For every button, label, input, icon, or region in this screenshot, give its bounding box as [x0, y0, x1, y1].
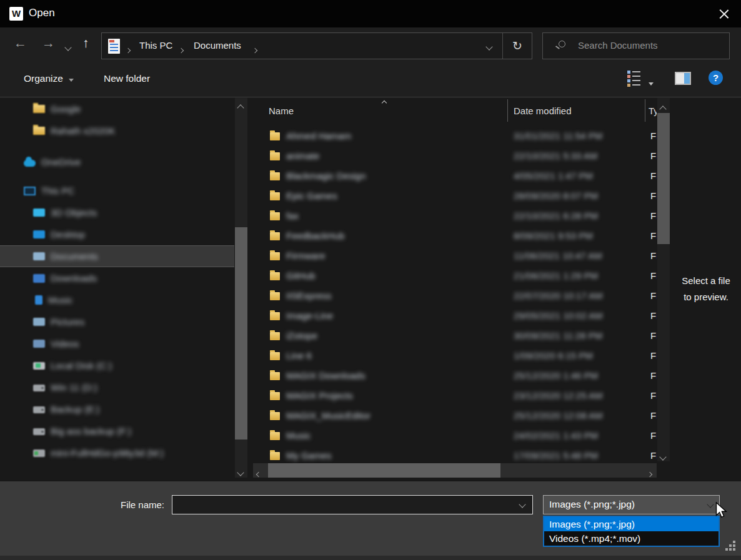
forward-button[interactable]: → [42, 36, 55, 51]
sidebar-item[interactable]: This PC [0, 180, 234, 202]
file-row[interactable]: IISExpress 22/07/2020 10:17 AM File fold… [253, 287, 657, 307]
sidebar-item[interactable]: Documents [0, 245, 234, 267]
horizontal-scrollbar[interactable] [253, 463, 657, 478]
sidebar-item[interactable]: Google [0, 98, 234, 120]
file-row[interactable]: Ahmed Hamam 31/01/2021 11:54 PM File fol… [253, 127, 657, 147]
help-button[interactable]: ? [709, 71, 723, 85]
file-date-modified: 17/09/2021 5:48 PM [514, 450, 598, 461]
file-type: File folder [650, 310, 657, 321]
scrollbar-thumb[interactable] [268, 463, 500, 478]
back-button[interactable]: ← [14, 36, 27, 51]
file-list-scrollbar[interactable] [657, 98, 670, 461]
file-row[interactable]: MAGIX Projects 23/12/2020 12:25 AM File … [253, 386, 657, 406]
chevron-down-icon [707, 501, 714, 508]
file-row[interactable]: GitHub 21/06/2021 1:29 PM File folder [253, 267, 657, 287]
file-row[interactable]: Music 24/02/2021 1:43 PM File folder [253, 426, 657, 446]
file-name: Music [286, 430, 311, 441]
folder-icon [270, 212, 280, 220]
file-type-select[interactable]: Images (*.png;*.jpg) [543, 495, 720, 514]
file-name: Epic Games [286, 190, 337, 201]
folder-icon [33, 127, 45, 135]
scroll-up-icon[interactable] [238, 102, 243, 113]
sidebar-scrollbar[interactable] [235, 98, 247, 478]
recent-locations-dropdown[interactable] [66, 41, 71, 52]
organize-button[interactable]: Organize [24, 73, 74, 84]
scrollbar-thumb[interactable] [235, 227, 247, 440]
preview-pane-button[interactable] [675, 72, 691, 85]
folder-icon [270, 432, 280, 440]
sidebar-item[interactable]: Win 11 (D:) [0, 376, 234, 398]
close-button[interactable] [714, 4, 735, 23]
file-date-modified: 21/06/2021 1:29 PM [514, 270, 598, 281]
sidebar-item[interactable]: Pictures [0, 311, 234, 333]
view-options-dropdown[interactable] [649, 77, 654, 88]
sidebar-item[interactable]: Videos [0, 333, 234, 355]
file-type: File folder [650, 250, 657, 261]
refresh-button[interactable]: ↻ [503, 39, 532, 53]
file-row[interactable]: MAGIX_MusicEditor 25/12/2020 12:08 AM Fi… [253, 406, 657, 426]
content-area: Google Rahath x2020K OneDrive This PC 3D… [0, 98, 741, 481]
file-row[interactable]: MAGIX Downloads 25/12/2020 1:46 PM File … [253, 366, 657, 386]
file-name: Image-Line [286, 310, 333, 321]
column-divider[interactable] [645, 99, 645, 122]
disk-c-icon [33, 362, 45, 370]
file-row[interactable]: iZotope 30/09/2021 11:28 PM File folder [253, 327, 657, 346]
file-type-option[interactable]: Videos (*.mp4;*.mov) [544, 531, 719, 546]
drive-icon [33, 428, 45, 435]
sidebar-item[interactable]: Desktop [0, 224, 234, 245]
breadcrumb-separator-icon [126, 44, 130, 55]
preview-placeholder-text: Select a file to preview. [671, 273, 741, 305]
scroll-down-icon[interactable] [660, 451, 665, 462]
file-date-modified: 4/05/2021 1:47 PM [514, 170, 593, 181]
address-dropdown-button[interactable] [476, 41, 502, 52]
up-button[interactable]: ↑ [82, 36, 89, 51]
change-view-button[interactable] [627, 71, 644, 87]
file-name: FeedbackHub [286, 230, 344, 241]
scroll-right-icon[interactable] [648, 468, 652, 479]
folder-icon [270, 312, 280, 320]
breadcrumb-separator-icon [179, 44, 183, 55]
folder-icon [270, 272, 280, 280]
sidebar-item[interactable]: Backup (E:) [0, 398, 234, 420]
command-toolbar: Organize New folder ? [0, 61, 741, 97]
breadcrumb-this-pc[interactable]: This PC [139, 40, 172, 51]
sidebar-item[interactable]: Local Disk (C:) [0, 355, 234, 376]
file-type: File folder [650, 210, 657, 221]
file-name-input[interactable] [172, 495, 533, 514]
sidebar-item[interactable]: mini-FullHdGo-p98y3d (M:) [0, 442, 234, 464]
file-row[interactable]: fax 22/10/2021 6:28 PM File folder [253, 207, 657, 227]
file-row[interactable]: animate 22/10/2021 5:33 AM File folder [253, 147, 657, 167]
navigation-pane: Google Rahath x2020K OneDrive This PC 3D… [0, 98, 234, 481]
file-row[interactable]: Epic Games 28/09/2020 8:07 PM File folde… [253, 187, 657, 207]
sidebar-item[interactable]: OneDrive [0, 151, 234, 173]
sidebar-item[interactable]: Music [0, 289, 234, 311]
sidebar-item[interactable]: Rahath x2020K [0, 120, 234, 142]
sidebar-item[interactable]: 3D Objects [0, 202, 234, 224]
file-date-modified: 23/12/2020 12:25 AM [514, 390, 603, 401]
file-row[interactable]: My Games 17/09/2021 5:48 PM File folder [253, 446, 657, 463]
desktop-icon [33, 230, 45, 238]
file-type-option[interactable]: Images (*.png;*.jpg) [544, 517, 719, 531]
sidebar-item[interactable]: Big ass backup (F:) [0, 420, 234, 442]
column-header-date-modified[interactable]: Date modified [514, 106, 572, 116]
scroll-left-icon[interactable] [257, 468, 261, 479]
column-header-name[interactable]: Name [269, 106, 294, 116]
open-dialog: W Open ← → ↑ This PC Documents ↻ Search … [0, 0, 741, 560]
scrollbar-thumb[interactable] [657, 113, 670, 244]
column-header-type[interactable]: Type [649, 106, 657, 116]
search-box[interactable]: Search Documents [542, 32, 730, 59]
file-name: MAGIX_MusicEditor [286, 410, 370, 421]
file-row[interactable]: Line 6 1/09/2020 6:15 PM File folder [253, 346, 657, 366]
scroll-down-icon[interactable] [238, 466, 243, 478]
breadcrumb-documents[interactable]: Documents [194, 40, 241, 51]
file-row[interactable]: FeedbackHub 8/09/2021 9:53 PM File folde… [253, 227, 657, 247]
file-row[interactable]: Firmware 11/06/2021 10:47 AM File folder [253, 247, 657, 267]
sidebar-item[interactable]: Downloads [0, 267, 234, 289]
file-row[interactable]: Blackmagic Design 4/05/2021 1:47 PM File… [253, 167, 657, 187]
file-row[interactable]: Image-Line 29/05/2021 10:02 AM File fold… [253, 307, 657, 327]
resize-grip[interactable] [725, 541, 735, 551]
search-placeholder: Search Documents [578, 40, 658, 51]
column-divider[interactable] [507, 99, 508, 122]
address-bar[interactable]: This PC Documents ↻ [101, 32, 532, 59]
new-folder-button[interactable]: New folder [104, 73, 150, 84]
